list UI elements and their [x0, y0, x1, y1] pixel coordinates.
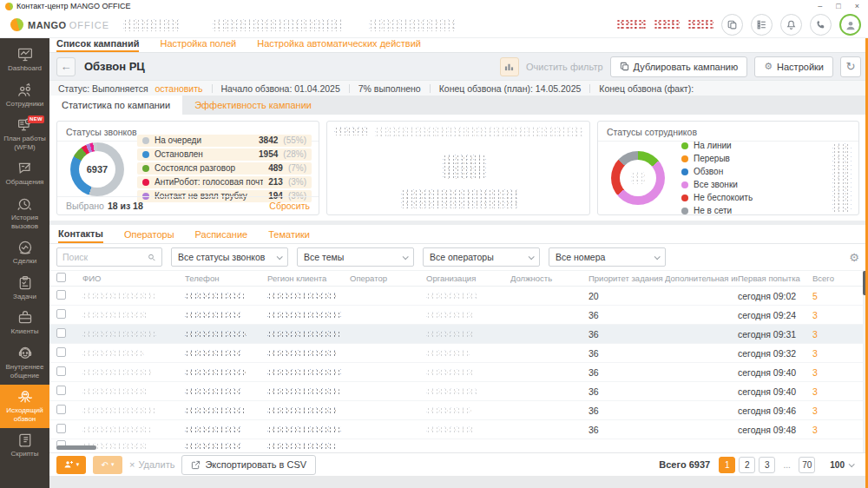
row-checkbox[interactable] [56, 386, 66, 395]
chart-view-button[interactable] [500, 57, 519, 76]
row-checkbox[interactable] [56, 347, 66, 357]
row-checkbox[interactable] [56, 309, 66, 319]
sidebar-item-internal-chat[interactable]: Внутреннее общение [0, 341, 49, 385]
first-attempt-cell: сегодня 09:40 [738, 386, 812, 397]
sidebar-item-appeals[interactable]: Обращения [0, 156, 49, 192]
user-avatar[interactable] [839, 14, 861, 36]
sidebar-item-deals[interactable]: Сделки [0, 235, 49, 271]
legend-dot-gray [142, 137, 149, 144]
page-70[interactable]: 70 [799, 457, 815, 473]
clients-icon [16, 310, 34, 326]
refresh-button[interactable]: ↻ [840, 56, 861, 77]
row-checkbox[interactable] [56, 328, 66, 338]
phone-icon[interactable] [810, 14, 832, 36]
close-button[interactable]: × [855, 2, 859, 10]
sidebar-item-scripts[interactable]: Скрипты [0, 428, 49, 464]
tab-topics[interactable]: Тематики [268, 225, 310, 243]
col-organization[interactable]: Организация [426, 274, 510, 283]
first-attempt-cell: сегодня 09:02 [738, 291, 812, 301]
tab-schedule[interactable]: Расписание [195, 225, 248, 243]
tab-campaign-statistics[interactable]: Статистика по кампании [49, 96, 182, 115]
delete-button[interactable]: ×Удалить [129, 459, 174, 470]
add-person-icon [63, 459, 74, 470]
page-3[interactable]: 3 [759, 457, 775, 473]
search-box[interactable] [56, 247, 162, 267]
col-position[interactable]: Должность [510, 274, 589, 283]
table-row[interactable]: 36 сегодня 09:48 3 [49, 420, 868, 439]
reset-link[interactable]: Сбросить [269, 201, 310, 211]
table-row[interactable]: 36 сегодня 09:40 3 [49, 382, 868, 401]
row-checkbox[interactable] [56, 366, 66, 376]
table-row[interactable]: 36 сегодня 09:40 3 [49, 363, 868, 382]
clear-filter-button[interactable]: Очистить фильтр [526, 62, 603, 72]
redacted-header-badge-2 [654, 19, 680, 30]
horizontal-scrollbar[interactable] [56, 445, 96, 450]
redacted-region [267, 331, 340, 339]
table-row-partial[interactable] [49, 439, 868, 452]
tab-auto-actions[interactable]: Настройка автоматических действий [257, 38, 421, 50]
tab-contacts[interactable]: Контакты [58, 225, 103, 243]
page-size-select[interactable]: 100 [824, 457, 859, 473]
tab-campaign-list[interactable]: Список кампаний [56, 38, 139, 52]
search-input[interactable] [62, 252, 144, 262]
back-button[interactable]: ← [56, 57, 76, 76]
table-row[interactable]: 20 сегодня 09:02 5 [49, 287, 868, 306]
col-region[interactable]: Регион клиента [267, 274, 350, 283]
sidebar-item-dashboard[interactable]: Dashboard [0, 43, 49, 78]
minimize-button[interactable]: – [818, 2, 822, 10]
scripts-icon [16, 432, 34, 448]
page-1[interactable]: 1 [719, 457, 735, 473]
sidebar-item-tasks[interactable]: Задачи [0, 271, 49, 307]
col-phone[interactable]: Телефон [185, 274, 267, 283]
sidebar-item-outbound-dialing[interactable]: Исходящий обзвон [0, 385, 49, 428]
col-total[interactable]: Всего [812, 274, 868, 283]
row-checkbox[interactable] [56, 290, 66, 300]
row-checkbox[interactable] [56, 424, 66, 433]
sidebar-item-clients[interactable]: Клиенты [0, 306, 49, 341]
page-2[interactable]: 2 [739, 457, 755, 473]
total-cell: 5 [812, 291, 868, 301]
tab-operators[interactable]: Операторы [124, 225, 174, 243]
col-priority[interactable]: Приоритет задания [589, 274, 665, 283]
legend-item[interactable]: На очереди3842(55%) [137, 135, 312, 147]
redacted-phone [185, 369, 246, 377]
sidebar-item-employees[interactable]: Сотрудники [0, 78, 49, 114]
deals-icon [16, 240, 34, 255]
col-operator[interactable]: Оператор [350, 274, 426, 283]
tab-field-settings[interactable]: Настройка полей [160, 38, 236, 50]
call-status-filter[interactable]: Все статусы звонков [171, 247, 288, 267]
operators-filter[interactable]: Все операторы [423, 247, 540, 267]
col-first-attempt[interactable]: Первая попытка [738, 274, 812, 283]
stop-link[interactable]: остановить [155, 83, 203, 94]
col-fio[interactable]: ФИО [82, 274, 185, 283]
col-extra-info[interactable]: Дополнительная инфо [665, 274, 738, 283]
copy-clipboard-icon[interactable] [721, 14, 743, 36]
table-row[interactable]: 36 сегодня 09:46 3 [49, 401, 868, 420]
tab-campaign-effectiveness[interactable]: Эффективность кампании [182, 96, 324, 115]
export-icon [191, 460, 201, 470]
legend-item[interactable]: Состоялся разговор489(7%) [137, 162, 312, 175]
apps-grid-icon[interactable] [751, 14, 773, 36]
row-checkbox[interactable] [56, 405, 66, 414]
redacted-region [267, 369, 343, 377]
return-to-queue-button[interactable]: ↶ ▾ [93, 456, 122, 474]
table-settings-gear-icon[interactable]: ⚙ [849, 251, 859, 264]
sidebar-item-wfm[interactable]: NEW План работы (WFM) [0, 113, 49, 156]
redacted-donut-center [631, 172, 645, 184]
priority-cell: 36 [589, 406, 665, 416]
legend-item[interactable]: АнтиРобот: голосовая почта213(3%) [137, 176, 312, 188]
table-row[interactable]: 36 сегодня 09:24 3 [49, 306, 868, 325]
numbers-filter[interactable]: Все номера [549, 247, 666, 267]
topics-filter[interactable]: Все темы [297, 247, 414, 267]
maximize-button[interactable]: □ [836, 2, 840, 10]
notifications-bell-icon[interactable] [780, 14, 802, 36]
settings-button[interactable]: ⚙ Настройки [754, 56, 833, 77]
export-csv-button[interactable]: Экспортировать в CSV [181, 455, 316, 475]
table-row[interactable]: 36 сегодня 09:32 3 [49, 344, 868, 363]
assign-operator-button[interactable]: ▾ [56, 456, 86, 474]
select-all-checkbox[interactable] [56, 273, 66, 282]
duplicate-campaign-button[interactable]: Дублировать кампанию [610, 56, 748, 77]
sidebar-item-call-history[interactable]: История вызовов [0, 192, 49, 235]
table-row-highlighted[interactable]: 36 сегодня 09:31 3 [49, 325, 868, 344]
legend-item[interactable]: Остановлен1954(28%) [137, 148, 312, 161]
